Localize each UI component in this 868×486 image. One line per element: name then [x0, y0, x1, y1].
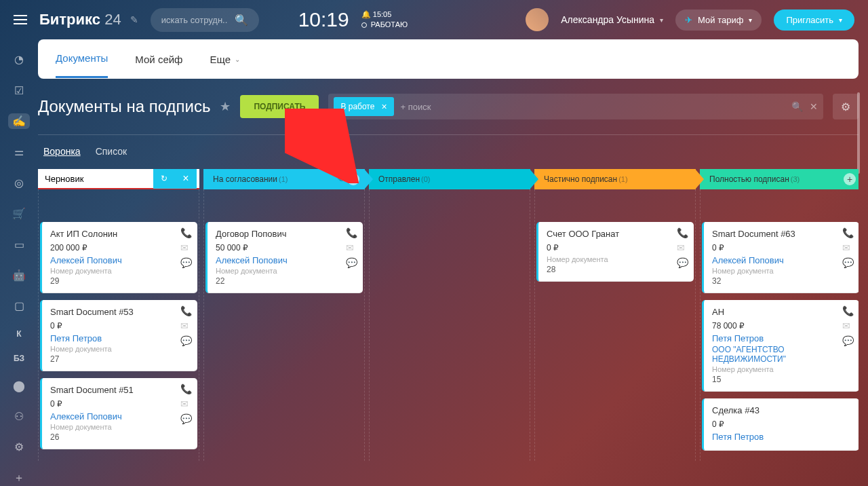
- chat-icon[interactable]: 💬: [842, 335, 854, 346]
- mail-icon[interactable]: ✉: [180, 242, 192, 253]
- tariff-button[interactable]: ✈Мой тариф▾: [675, 10, 762, 31]
- sidebar-item-k[interactable]: К: [16, 329, 21, 339]
- global-search-input[interactable]: [161, 15, 228, 25]
- column-header-draft[interactable]: ↻ ×: [38, 169, 199, 189]
- mail-icon[interactable]: ✉: [346, 242, 357, 253]
- mail-icon[interactable]: ✉: [842, 242, 854, 253]
- chat-icon[interactable]: 💬: [677, 257, 688, 268]
- avatar[interactable]: [526, 8, 549, 31]
- add-card-button[interactable]: +: [844, 173, 856, 185]
- column-close-button[interactable]: ×: [175, 169, 197, 189]
- filter-bar[interactable]: В работе× 🔍 ✕: [328, 94, 823, 119]
- card[interactable]: 📞✉💬 Акт ИП Солонин 200 000 ₽ Алексей Поп…: [40, 222, 197, 293]
- chat-icon[interactable]: 💬: [180, 257, 192, 268]
- column-header-full[interactable]: Полностью подписан (3) +: [700, 169, 859, 189]
- topbar: Битрикс 24 ✎ 🔍 10:19 🔔 15:05 РАБОТАЮ Але…: [0, 0, 868, 39]
- chat-icon[interactable]: 💬: [346, 257, 357, 268]
- mail-icon[interactable]: ✉: [842, 320, 854, 331]
- filter-chip[interactable]: В работе×: [334, 97, 393, 116]
- sidebar-item-android[interactable]: 🤖: [8, 267, 30, 283]
- invite-button[interactable]: Пригласить▾: [774, 10, 854, 31]
- card-person[interactable]: Петя Петров: [50, 333, 189, 343]
- logo[interactable]: Битрикс 24: [39, 11, 121, 29]
- card-person[interactable]: Алексей Попович: [50, 411, 189, 422]
- card[interactable]: Сделка #43 0 ₽ Петя Петров: [702, 398, 859, 451]
- star-icon[interactable]: ★: [220, 99, 231, 114]
- phone-icon[interactable]: 📞: [180, 305, 192, 316]
- global-search[interactable]: 🔍: [151, 8, 259, 32]
- tab-documents[interactable]: Документы: [56, 40, 108, 78]
- sidebar-item-tree[interactable]: ⚇: [8, 409, 30, 424]
- chat-icon[interactable]: 💬: [180, 335, 192, 346]
- chat-icon[interactable]: 💬: [842, 257, 854, 268]
- view-list[interactable]: Список: [96, 146, 127, 160]
- menu-toggle[interactable]: [14, 15, 27, 24]
- card-price: 0 ₽: [50, 399, 189, 409]
- phone-icon[interactable]: 📞: [842, 305, 854, 316]
- card-company[interactable]: ООО "АГЕНТСТВО НЕДВИЖИМОСТИ": [712, 345, 851, 364]
- card-price: 0 ₽: [50, 321, 189, 331]
- sidebar-item-box[interactable]: ▢: [8, 298, 30, 314]
- sidebar-item-feed[interactable]: ◔: [8, 52, 30, 67]
- chat-icon[interactable]: 💬: [180, 413, 192, 424]
- card-label: Номер документа: [712, 365, 851, 373]
- card-person[interactable]: Алексей Попович: [712, 255, 851, 265]
- sidebar-item-add[interactable]: ＋: [8, 470, 30, 486]
- search-icon[interactable]: 🔍: [791, 101, 803, 112]
- card-person[interactable]: Петя Петров: [712, 333, 851, 343]
- column-header-sent[interactable]: Отправлен (0): [369, 169, 530, 189]
- card[interactable]: 📞✉💬 Договор Попович 50 000 ₽ Алексей Поп…: [205, 222, 363, 293]
- filter-chip-remove[interactable]: ×: [381, 101, 387, 112]
- clear-filter-icon[interactable]: ✕: [810, 101, 818, 112]
- column-header-partial[interactable]: Частично подписан (1): [534, 169, 696, 189]
- card[interactable]: 📞✉💬 Smart Document #63 0 ₽ Алексей Попов…: [702, 222, 859, 293]
- pencil-icon[interactable]: ✎: [130, 14, 138, 25]
- sidebar-item-bz[interactable]: БЗ: [14, 354, 24, 363]
- card-title: АН: [712, 307, 851, 317]
- mail-icon[interactable]: ✉: [180, 320, 192, 331]
- column-name-input[interactable]: [38, 169, 153, 188]
- card[interactable]: 📞✉💬 Счет ООО Гранат 0 ₽ Номер документа …: [536, 222, 694, 282]
- card[interactable]: 📞✉💬 Smart Document #51 0 ₽ Алексей Попов…: [40, 378, 197, 449]
- sidebar-item-filter[interactable]: ⚌: [8, 144, 30, 160]
- card-person[interactable]: Петя Петров: [712, 432, 851, 442]
- column-full: Полностью подписан (3) + 📞✉💬 Smart Docum…: [700, 169, 859, 461]
- sidebar-item-settings[interactable]: ⚙: [8, 439, 30, 455]
- card-person[interactable]: Алексей Попович: [216, 255, 355, 265]
- column-draft: ↻ × 📞✉💬 Акт ИП Солонин 200 000 ₽ Алексей…: [38, 169, 199, 461]
- sidebar-item-contacts[interactable]: ▭: [8, 236, 30, 252]
- filter-input[interactable]: [401, 102, 785, 112]
- card-docnum: 29: [50, 276, 189, 286]
- card-person[interactable]: Алексей Попович: [50, 255, 189, 265]
- sidebar-item-tasks[interactable]: ☑: [8, 82, 30, 98]
- phone-icon[interactable]: 📞: [677, 227, 688, 238]
- sidebar: ◔ ☑ ✍ ⚌ ◎ 🛒 ▭ 🤖 ▢ К БЗ ⬤ ⚇ ⚙ ＋: [0, 39, 38, 486]
- pencil-icon[interactable]: ✎: [337, 175, 343, 184]
- tab-safe[interactable]: Мой сейф: [135, 41, 182, 77]
- sidebar-item-shop[interactable]: 🛒: [8, 206, 30, 221]
- sidebar-item-check[interactable]: ⬤: [8, 378, 30, 394]
- add-card-button[interactable]: +: [347, 173, 359, 185]
- sign-button[interactable]: ПОДПИСАТЬ: [240, 95, 319, 118]
- mail-icon[interactable]: ✉: [677, 242, 688, 253]
- phone-icon[interactable]: 📞: [842, 227, 854, 238]
- user-menu[interactable]: Александра Усынина▾: [561, 14, 663, 25]
- column-refresh-button[interactable]: ↻: [153, 169, 175, 189]
- card-price: 50 000 ₽: [216, 243, 355, 253]
- view-funnel[interactable]: Воронка: [43, 146, 81, 160]
- phone-icon[interactable]: 📞: [180, 384, 192, 394]
- gear-icon: ⚙: [841, 100, 850, 113]
- tab-more[interactable]: Еще⌄: [210, 41, 240, 77]
- mail-icon[interactable]: ✉: [180, 398, 192, 409]
- phone-icon[interactable]: 📞: [346, 227, 357, 238]
- card-title: Акт ИП Солонин: [50, 229, 189, 239]
- settings-button[interactable]: ⚙: [833, 94, 859, 119]
- phone-icon[interactable]: 📞: [180, 227, 192, 238]
- card-label: Номер документа: [50, 423, 189, 431]
- column-sent: Отправлен (0): [369, 169, 530, 461]
- column-header-approval[interactable]: На согласовании (1) ✎ +: [203, 169, 365, 189]
- sidebar-item-sign[interactable]: ✍: [8, 113, 30, 129]
- card[interactable]: 📞✉💬 Smart Document #53 0 ₽ Петя Петров Н…: [40, 300, 197, 371]
- sidebar-item-target[interactable]: ◎: [8, 175, 30, 191]
- card[interactable]: 📞✉💬 АН 78 000 ₽ Петя Петров ООО "АГЕНТСТ…: [702, 300, 859, 392]
